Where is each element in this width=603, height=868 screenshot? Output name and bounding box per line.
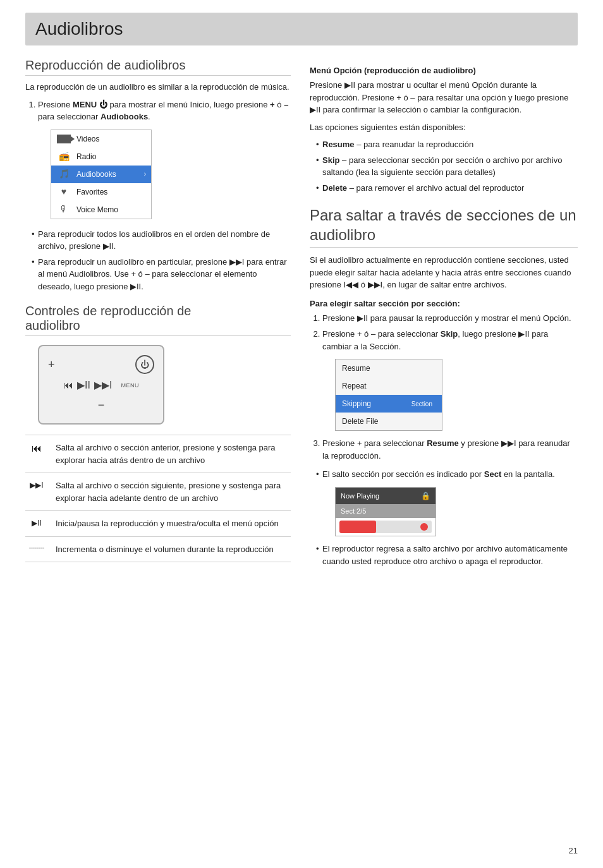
skip-bullet2: El reproductor regresa a salto archivo p…	[316, 543, 578, 567]
device-controls-row: ⏮ ▶II ▶▶I MENU	[63, 379, 139, 391]
om-section-badge: Section	[408, 399, 436, 409]
two-column-layout: Reproducción de audiolibros La reproducc…	[25, 58, 578, 574]
bullet-play-one: Para reproducir un audiolibro en particu…	[32, 256, 291, 293]
favorites-icon: ♥	[56, 186, 71, 198]
audiobooks-bold: Audiobooks	[100, 112, 148, 121]
menu-item-radio: 📻 Radio	[51, 148, 151, 166]
om-delete-label: Delete File	[342, 416, 378, 427]
menu-item-audiobooks[interactable]: 🎵 Audiobooks ›	[51, 166, 151, 183]
step1: Presione MENU ⏻ para mostrar el menú Ini…	[38, 99, 291, 219]
minus-button[interactable]: −	[98, 399, 105, 412]
audiobooks-arrow-icon: ›	[144, 169, 146, 179]
right-column: Menú Opción (reproducción de audiolibro)…	[310, 58, 578, 574]
menu-item-videos-label: Videos	[76, 133, 146, 145]
page: Audiolibros Reproducción de audiolibros …	[0, 0, 603, 868]
video-icon-shape	[57, 135, 71, 143]
page-number: 21	[569, 846, 578, 855]
ctrl-row-playpause: ▶II Inicia/pausa la reproducción y muest…	[25, 511, 291, 537]
left-column: Reproducción de audiolibros La reproducc…	[25, 58, 291, 574]
right-section1-heading: Menú Opción (reproducción de audiolibro)	[310, 66, 578, 75]
menu-item-favorites: ♥ Favorites	[51, 183, 151, 201]
playpause-symbol: ▶II	[25, 517, 48, 527]
lock-icon: 🔒	[421, 490, 430, 502]
audiobooks-icon: 🎵	[56, 169, 71, 180]
skip-step2: Presione + ó – para seleccionar Skip, lu…	[322, 328, 578, 431]
next-symbol: ▶▶I	[25, 479, 48, 490]
menu-item-voice-memo: 🎙 Voice Memo	[51, 201, 151, 219]
controls-table: ⏮ Salta al archivo o sección anterior, p…	[25, 435, 291, 562]
om-item-skipping[interactable]: Skipping Section	[336, 395, 442, 413]
power-button[interactable]: ⏻	[135, 355, 154, 374]
radio-icon: 📻	[56, 151, 71, 162]
skip-bullets: El salto sección por sección es indicado…	[310, 468, 578, 567]
right-section1-para2: Las opciones siguientes están disponible…	[310, 121, 578, 134]
now-playing-mockup: Now Playing 🔒 Sect 2/5	[335, 487, 436, 537]
menu-mockup: Videos 📻 Radio 🎵 Audiobook	[51, 130, 152, 219]
options-list: Resume – para reanudar la reproducción S…	[310, 138, 578, 194]
om-skipping-label: Skipping	[342, 398, 371, 409]
minus-bold: –	[284, 100, 288, 109]
page-title: Audiolibros	[35, 19, 568, 39]
om-item-repeat: Repeat	[336, 377, 442, 395]
device-mockup: + ⏻ ⏮ ▶II ▶▶I MENU −	[38, 345, 164, 425]
ctrl-row-prev: ⏮ Salta al archivo o sección anterior, p…	[25, 435, 291, 473]
np-header: Now Playing 🔒	[336, 488, 436, 504]
option-menu-mockup: Resume Repeat Skipping Section Delete Fi…	[335, 359, 442, 431]
volume-symbol: ╌╌╌╌	[25, 543, 48, 552]
section1-heading: Reproducción de audiolibros	[25, 58, 291, 76]
ctrl-row-next: ▶▶I Salta al archivo o sección siguiente…	[25, 473, 291, 511]
plus-button[interactable]: +	[48, 359, 55, 370]
videos-icon	[56, 133, 71, 145]
device-top-row: + ⏻	[48, 355, 154, 374]
option-delete: Delete – para remover el archivo actual …	[316, 182, 578, 195]
prev-desc: Salta al archivo o sección anterior, pre…	[56, 442, 291, 466]
next-button[interactable]: ▶▶I	[94, 379, 112, 391]
om-item-resume: Resume	[336, 359, 442, 377]
np-now-playing-label: Now Playing	[341, 491, 379, 502]
section1-intro: La reproducción de un audiolibro es simi…	[25, 81, 291, 93]
skip-steps-list: Presione ▶II para pausar la reproducción…	[310, 312, 578, 462]
play-pause-button[interactable]: ▶II	[77, 379, 90, 391]
menu-item-audiobooks-label: Audiobooks	[76, 169, 139, 180]
om-repeat-label: Repeat	[342, 380, 367, 392]
next-desc: Salta al archivo o sección siguiente, pr…	[56, 479, 291, 504]
page-title-bar: Audiolibros	[25, 13, 578, 45]
np-sect-label: Sect 2/5	[336, 504, 436, 519]
voice-memo-icon: 🎙	[56, 204, 71, 215]
plus-minus-bold: +	[270, 100, 275, 109]
menu-item-favorites-label: Favorites	[76, 186, 146, 198]
np-progress-dot	[420, 523, 428, 531]
skip-step3: Presione + para seleccionar Resume y pre…	[322, 437, 578, 462]
skip-bullet1: El salto sección por sección es indicado…	[316, 468, 578, 536]
skip-step1: Presione ▶II para pausar la reproducción…	[322, 312, 578, 325]
om-resume-label: Resume	[342, 363, 370, 374]
volume-desc: Incrementa o disminuye el volumen durant…	[56, 543, 291, 556]
om-item-delete: Delete File	[336, 413, 442, 430]
steps-list: Presione MENU ⏻ para mostrar el menú Ini…	[25, 99, 291, 219]
menu-label: MENU	[121, 382, 139, 389]
np-progress-bar	[339, 521, 432, 533]
right-section1-para1: Presione ▶II para mostrar u ocultar el m…	[310, 79, 578, 116]
prev-button[interactable]: ⏮	[63, 380, 73, 391]
right-section2-heading: Para saltar a través de secciones de un …	[310, 205, 578, 248]
menu-item-videos: Videos	[51, 130, 151, 148]
playpause-desc: Inicia/pausa la reproducción y muestra/o…	[56, 517, 291, 530]
ctrl-row-volume: ╌╌╌╌ Incrementa o disminuye el volumen d…	[25, 537, 291, 563]
np-progress-fill	[339, 521, 376, 533]
menu-item-radio-label: Radio	[76, 151, 146, 162]
section2-heading: Controles de reproducción deaudiolibro	[25, 304, 291, 336]
subsection-heading: Para elegir saltar sección por sección:	[310, 299, 578, 308]
menu-bold: MENU ⏻	[73, 100, 107, 109]
prev-symbol: ⏮	[25, 442, 48, 454]
right-section2-para1: Si el audiolibro actualmente en reproduc…	[310, 254, 578, 291]
option-resume: Resume – para reanudar la reproducción	[316, 138, 578, 151]
menu-item-voice-memo-label: Voice Memo	[76, 204, 146, 215]
section1-bullets: Para reproducir todos los audiolibros en…	[25, 228, 291, 293]
bullet-play-all: Para reproducir todos los audiolibros en…	[32, 228, 291, 253]
option-skip: Skip – para seleccionar sección por secc…	[316, 154, 578, 179]
